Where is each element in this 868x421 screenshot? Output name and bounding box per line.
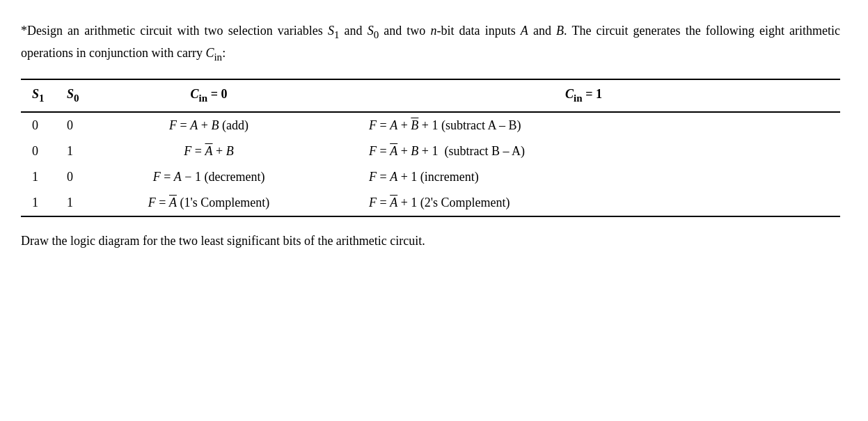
table-row: 1 1 F = A (1's Complement) F = A + 1 (2'… <box>21 190 840 216</box>
s1-val: 1 <box>21 164 56 190</box>
intro-paragraph: *Design an arithmetic circuit with two s… <box>21 21 840 65</box>
cin0-op: F = A + B (add) <box>90 112 327 138</box>
col-header-cin0: Cin = 0 <box>90 79 327 112</box>
s0-val: 1 <box>56 138 90 164</box>
s0-val: 1 <box>56 190 90 216</box>
s1-val: 0 <box>21 112 56 138</box>
col-header-s0: S0 <box>56 79 90 112</box>
footer-paragraph: Draw the logic diagram for the two least… <box>21 231 840 251</box>
intro-text: *Design an arithmetic circuit with two s… <box>21 21 840 65</box>
cin1-op: F = A + B + 1 (subtract A – B) <box>327 112 840 138</box>
cin1-op: F = A + 1 (increment) <box>327 164 840 190</box>
cin0-op: F = A − 1 (decrement) <box>90 164 327 190</box>
col-header-cin1: Cin = 1 <box>327 79 840 112</box>
s1-val: 0 <box>21 138 56 164</box>
s1-val: 1 <box>21 190 56 216</box>
table-row: 1 0 F = A − 1 (decrement) F = A + 1 (inc… <box>21 164 840 190</box>
footer-text: Draw the logic diagram for the two least… <box>21 231 840 251</box>
s0-val: 0 <box>56 164 90 190</box>
cin0-op: F = A + B <box>90 138 327 164</box>
cin0-op: F = A (1's Complement) <box>90 190 327 216</box>
cin1-op: F = A + B + 1 (subtract B – A) <box>327 138 840 164</box>
table-row: 0 1 F = A + B F = A + B + 1 (subtract B … <box>21 138 840 164</box>
operations-table: S1 S0 Cin = 0 Cin = 1 0 0 F = A + B (add… <box>21 79 840 217</box>
table-row: 0 0 F = A + B (add) F = A + B + 1 (subtr… <box>21 112 840 138</box>
col-header-s1: S1 <box>21 79 56 112</box>
table-header-row: S1 S0 Cin = 0 Cin = 1 <box>21 79 840 112</box>
operations-table-container: S1 S0 Cin = 0 Cin = 1 0 0 F = A + B (add… <box>21 79 840 217</box>
s0-val: 0 <box>56 112 90 138</box>
cin1-op: F = A + 1 (2's Complement) <box>327 190 840 216</box>
